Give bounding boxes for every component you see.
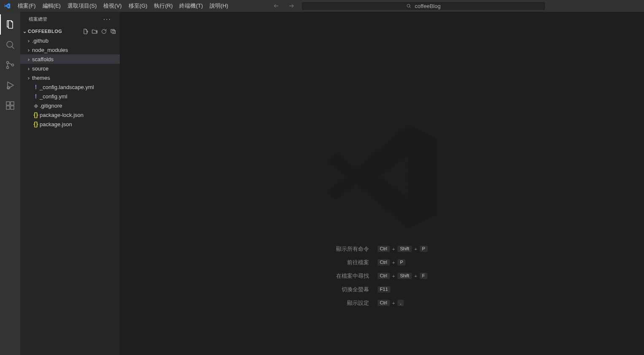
key-f: F [420,273,428,279]
json-file-icon: {} [32,121,40,127]
activity-extensions[interactable] [0,95,20,116]
welcome-hints: 顯示所有命令 Ctrl+ Shift+ P 前往檔案 Ctrl+ P 在檔案中尋… [336,245,428,307]
activity-scm[interactable] [0,55,20,75]
chevron-right-icon: › [25,65,32,72]
activity-bar [0,12,20,355]
chevron-right-icon: › [25,75,32,81]
tree-file-gitignore[interactable]: ◆ .gitignore [20,101,120,110]
hint-keys-all-commands: Ctrl+ Shift+ P [377,246,428,252]
menu-view[interactable]: 檢視(V) [100,0,125,12]
explorer-more-button[interactable]: ··· [103,16,111,23]
tree-file-package-lock[interactable]: {} package-lock.json [20,110,120,119]
svg-rect-6 [6,102,10,105]
explorer-title: 檔案總管 [29,16,47,22]
key-shift: Shift [397,273,412,279]
tree-label: scaffolds [32,56,54,62]
menu-run[interactable]: 執行(R) [151,0,176,12]
key-ctrl: Ctrl [377,259,390,266]
command-center-text: coffeeBlog [415,3,440,9]
tree-label: .gitignore [40,103,62,109]
hint-keys-fullscreen: F11 [377,286,428,293]
command-center[interactable]: coffeeBlog [301,1,546,11]
menu-terminal[interactable]: 終端機(T) [176,0,206,12]
hint-label-fullscreen: 切換全螢幕 [336,286,369,293]
menu-bar: 檔案(F) 編輯(E) 選取項目(S) 檢視(V) 移至(G) 執行(R) 終端… [14,0,232,12]
activity-search[interactable] [0,35,20,55]
folder-section-title: COFFEEBLOG [28,29,62,34]
new-folder-button[interactable] [90,27,99,35]
tree-folder-node-modules[interactable]: › node_modules [20,45,120,54]
tree-label: _config.yml [40,93,67,100]
hint-label-settings: 顯示設定 [336,299,369,307]
key-ctrl: Ctrl [377,273,390,279]
search-icon [406,3,411,8]
explorer-panel: 檔案總管 ··· ⌄ COFFEEBLOG [20,12,120,355]
svg-rect-9 [11,102,14,105]
svg-rect-7 [6,106,10,109]
new-file-button[interactable] [81,27,89,35]
tree-label: themes [32,75,50,81]
tree-file-package[interactable]: {} package.json [20,119,120,129]
tree-label: package-lock.json [40,112,84,118]
tree-label: source [32,65,49,72]
folder-section-header[interactable]: ⌄ COFFEEBLOG [20,27,120,36]
tree-folder-themes[interactable]: › themes [20,73,120,82]
tree-folder-source[interactable]: › source [20,64,120,73]
chevron-right-icon: › [25,56,32,62]
tree-file-config-landscape[interactable]: ! _config.landscape.yml [20,82,120,92]
activity-explorer[interactable] [0,14,20,35]
chevron-right-icon: › [25,47,32,53]
nav-back-button[interactable] [271,1,282,11]
refresh-button[interactable] [100,27,108,35]
collapse-all-button[interactable] [109,27,117,35]
tree-file-config[interactable]: ! _config.yml [20,92,120,101]
tree-label: _config.landscape.yml [40,84,94,90]
json-file-icon: {} [32,111,40,118]
key-comma: , [397,300,404,306]
svg-point-4 [12,64,14,66]
editor-group-empty: 顯示所有命令 Ctrl+ Shift+ P 前往檔案 Ctrl+ P 在檔案中尋… [120,12,644,355]
hint-label-all-commands: 顯示所有命令 [336,245,369,253]
chevron-down-icon: ⌄ [22,29,28,34]
nav-forward-button[interactable] [286,1,297,11]
git-file-icon: ◆ [32,102,40,109]
tree-folder-scaffolds[interactable]: › scaffolds [20,54,120,64]
svg-rect-8 [11,106,14,109]
menu-file[interactable]: 檔案(F) [14,0,39,12]
hint-label-find-in-files: 在檔案中尋找 [336,272,369,280]
title-bar: 檔案(F) 編輯(E) 選取項目(S) 檢視(V) 移至(G) 執行(R) 終端… [0,0,644,12]
chevron-right-icon: › [25,38,32,44]
key-p: P [420,246,428,252]
key-f11: F11 [377,286,391,293]
menu-edit[interactable]: 編輯(E) [39,0,64,12]
menu-selection[interactable]: 選取項目(S) [64,0,100,12]
tree-label: node_modules [32,47,68,53]
tree-folder-github[interactable]: › .github [20,36,120,45]
menu-go[interactable]: 移至(G) [125,0,151,12]
menu-help[interactable]: 說明(H) [206,0,232,12]
vscode-watermark-icon [323,117,441,236]
activity-run-debug[interactable] [0,75,20,95]
key-shift: Shift [397,246,412,252]
yaml-file-icon: ! [32,84,40,90]
tree-label: package.json [40,121,72,127]
hint-keys-settings: Ctrl+ , [377,300,428,306]
hint-keys-find-in-files: Ctrl+ Shift+ F [377,273,428,279]
key-p: P [397,259,405,266]
key-ctrl: Ctrl [377,300,390,306]
hint-label-go-file: 前往檔案 [336,259,369,266]
vscode-logo-icon [0,3,14,9]
key-ctrl: Ctrl [377,246,390,252]
yaml-file-icon: ! [32,93,40,100]
tree-label: .github [32,38,49,44]
hint-keys-go-file: Ctrl+ P [377,259,428,266]
